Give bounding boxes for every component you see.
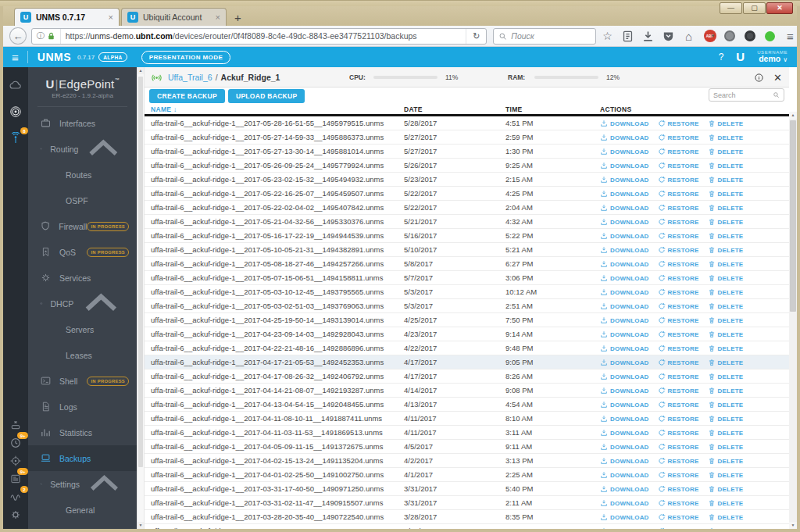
delete-link[interactable]: DELETE — [708, 148, 744, 155]
download-link[interactable]: DOWNLOAD — [600, 429, 649, 437]
restore-link[interactable]: RESTORE — [658, 387, 699, 395]
table-row[interactable]: uffa-trail-6__ackuf-ridge-1__2017-05-22-… — [145, 187, 789, 201]
breadcrumb-site-link[interactable]: Uffa_Trail_6 — [168, 73, 212, 82]
scroll-down-icon[interactable]: ▼ — [789, 522, 797, 529]
download-link[interactable]: DOWNLOAD — [600, 443, 649, 451]
presentation-mode-button[interactable]: PRESENTATION MODE — [141, 51, 231, 64]
restore-link[interactable]: RESTORE — [658, 274, 699, 282]
delete-link[interactable]: DELETE — [708, 485, 744, 493]
restore-link[interactable]: RESTORE — [658, 134, 699, 141]
media-extension-icon[interactable] — [743, 30, 756, 43]
download-link[interactable]: DOWNLOAD — [600, 359, 649, 366]
table-row[interactable]: uffa-trail-6__ackuf-ridge-1__2017-05-10-… — [145, 243, 789, 257]
download-link[interactable]: DOWNLOAD — [600, 288, 649, 296]
restore-link[interactable]: RESTORE — [658, 162, 699, 170]
download-link[interactable]: DOWNLOAD — [600, 274, 649, 282]
table-row[interactable]: uffa-trail-6__ackuf-ridge-1__2017-04-02-… — [145, 454, 789, 468]
sidebar-item-general[interactable]: General — [28, 497, 137, 523]
delete-link[interactable]: DELETE — [708, 499, 744, 507]
restore-link[interactable]: RESTORE — [658, 120, 699, 127]
table-row[interactable]: uffa-trail-6__ackuf-ridge-1__2017-05-22-… — [145, 201, 789, 215]
table-row[interactable]: uffa-trail-6__ackuf-ridge-1__2017-05-28-… — [145, 116, 789, 130]
sidebar-item-qos[interactable]: QoS IN PROGRESS — [28, 239, 137, 265]
table-row[interactable]: uffa-trail-6__ackuf-ridge-1__2017-05-03-… — [145, 285, 789, 299]
delete-link[interactable]: DELETE — [708, 316, 744, 324]
rail-endpoints-icon[interactable]: 8 — [7, 130, 24, 147]
rail-tasks-icon[interactable]: 9+ — [7, 434, 24, 451]
download-link[interactable]: DOWNLOAD — [600, 387, 649, 395]
delete-link[interactable]: DELETE — [708, 162, 744, 170]
delete-link[interactable]: DELETE — [708, 373, 744, 380]
delete-link[interactable]: DELETE — [708, 218, 744, 226]
column-header-time[interactable]: TIME — [505, 105, 523, 113]
restore-link[interactable]: RESTORE — [658, 330, 699, 338]
table-row[interactable]: uffa-trail-6__ackuf-ridge-1__2017-05-26-… — [145, 159, 789, 173]
download-link[interactable]: DOWNLOAD — [600, 527, 649, 529]
restore-link[interactable]: RESTORE — [658, 443, 699, 451]
delete-link[interactable]: DELETE — [708, 513, 744, 521]
restore-link[interactable]: RESTORE — [658, 204, 699, 212]
ubiquiti-logo-icon[interactable]: U — [736, 50, 745, 63]
sidebar-item-settings[interactable]: Settings — [28, 471, 137, 497]
sidebar-item-dhcp[interactable]: DHCP — [28, 291, 137, 316]
privacy-extension-icon[interactable] — [723, 30, 736, 43]
adblock-icon[interactable]: ABP▾ — [702, 30, 716, 43]
restore-link[interactable]: RESTORE — [658, 260, 699, 268]
table-row[interactable]: uffa-trail-6__ackuf-ridge-1__2017-04-13-… — [145, 398, 789, 412]
restore-link[interactable]: RESTORE — [658, 429, 699, 437]
table-row[interactable]: uffa-trail-6__ackuf-ridge-1__2017-04-11-… — [145, 426, 789, 440]
table-row[interactable]: uffa-trail-6__ackuf-ridge-1__2017-04-05-… — [145, 440, 789, 454]
restore-link[interactable]: RESTORE — [658, 415, 699, 423]
column-header-name[interactable]: NAME ↓ — [151, 105, 177, 113]
app-menu-icon[interactable]: ≡ — [3, 51, 27, 64]
user-menu[interactable]: USERNAME demo ∨ — [757, 50, 788, 64]
sidebar-item-servers[interactable]: Servers — [28, 316, 137, 342]
delete-link[interactable]: DELETE — [708, 415, 744, 423]
sidebar-item-logs[interactable]: Logs — [28, 394, 137, 420]
scrollbar-thumb[interactable] — [790, 120, 796, 312]
table-row[interactable]: uffa-trail-6__ackuf-ridge-1__2017-03-31-… — [145, 482, 789, 496]
restore-link[interactable]: RESTORE — [658, 499, 699, 507]
table-row[interactable]: uffa-trail-6__ackuf-ridge-1__2017-04-25-… — [145, 313, 789, 327]
downloads-icon[interactable] — [641, 30, 655, 43]
delete-link[interactable]: DELETE — [708, 302, 744, 310]
pocket-icon[interactable] — [662, 30, 675, 43]
delete-link[interactable]: DELETE — [708, 471, 744, 479]
table-row[interactable]: uffa-trail-6__ackuf-ridge-1__2017-05-27-… — [145, 130, 789, 145]
restore-link[interactable]: RESTORE — [658, 527, 699, 529]
table-row[interactable]: uffa-trail-6__ackuf-ridge-1__2017-03-28-… — [145, 510, 789, 524]
table-row[interactable]: uffa-trail-6__ackuf-ridge-1__2017-05-23-… — [145, 173, 789, 187]
browser-tab-active[interactable]: U UNMS 0.7.17 × — [14, 8, 120, 26]
restore-link[interactable]: RESTORE — [658, 457, 699, 465]
download-link[interactable]: DOWNLOAD — [600, 134, 649, 141]
delete-link[interactable]: DELETE — [708, 120, 744, 127]
new-tab-button[interactable]: + — [227, 11, 249, 26]
rail-events-icon[interactable]: 2 — [7, 488, 24, 505]
download-link[interactable]: DOWNLOAD — [600, 204, 649, 212]
site-identity[interactable]: ⓘ — [32, 29, 61, 44]
delete-link[interactable]: DELETE — [708, 401, 744, 409]
table-row[interactable]: uffa-trail-6__ackuf-ridge-1__2017-04-11-… — [145, 412, 789, 426]
rail-locate-icon[interactable] — [7, 452, 24, 469]
restore-link[interactable]: RESTORE — [658, 401, 699, 409]
download-link[interactable]: DOWNLOAD — [600, 415, 649, 423]
rail-gear-icon[interactable] — [7, 506, 24, 523]
delete-link[interactable]: DELETE — [708, 176, 744, 184]
home-icon[interactable]: ⌂ — [682, 30, 695, 43]
delete-link[interactable]: DELETE — [708, 429, 744, 437]
delete-link[interactable]: DELETE — [708, 457, 744, 465]
table-row[interactable]: uffa-trail-6__ackuf-ridge-1__2017-04-01-… — [145, 468, 789, 482]
delete-link[interactable]: DELETE — [708, 246, 744, 254]
download-link[interactable]: DOWNLOAD — [600, 120, 649, 127]
reload-icon[interactable]: ↻ — [466, 29, 486, 44]
restore-link[interactable]: RESTORE — [658, 471, 699, 479]
scroll-up-icon[interactable]: ▲ — [138, 67, 144, 74]
create-backup-button[interactable]: CREATE BACKUP — [149, 89, 225, 103]
download-link[interactable]: DOWNLOAD — [600, 499, 649, 507]
table-row[interactable]: uffa-trail-6__ackuf-ridge-1__2017-05-07-… — [145, 271, 789, 285]
delete-link[interactable]: DELETE — [708, 232, 744, 240]
restore-link[interactable]: RESTORE — [658, 232, 699, 240]
download-link[interactable]: DOWNLOAD — [600, 162, 649, 170]
restore-link[interactable]: RESTORE — [658, 246, 699, 254]
sidebar-item-shell[interactable]: Shell IN PROGRESS — [28, 368, 137, 394]
